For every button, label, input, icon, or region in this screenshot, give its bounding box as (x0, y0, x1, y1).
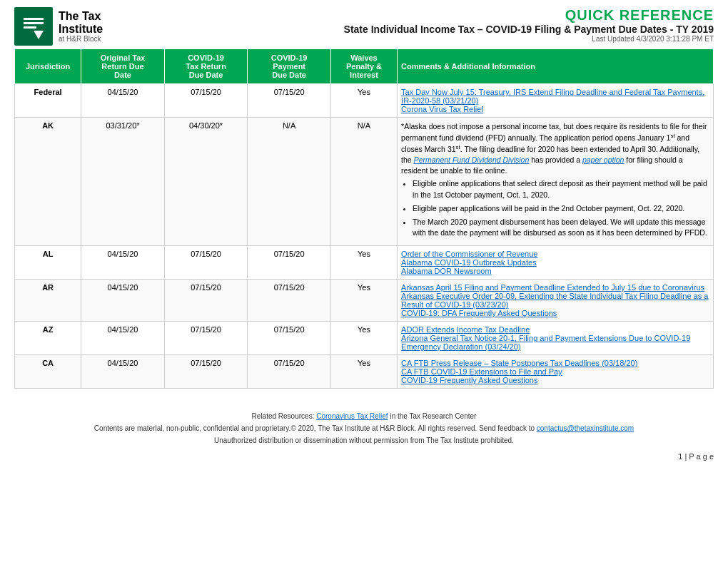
covid-return-al: 07/15/20 (164, 246, 248, 280)
link-ar-3[interactable]: COVID-19: DFA Frequently Asked Questions (401, 309, 557, 317)
link-federal-1[interactable]: Tax Day Now July 15: Treasury, IRS Exten… (401, 88, 704, 105)
main-table: Jurisdiction Original TaxReturn DueDate … (14, 48, 714, 389)
jurisdiction-al: AL (15, 246, 81, 280)
col-jurisdiction: Jurisdiction (15, 49, 81, 84)
col-original: Original TaxReturn DueDate (81, 49, 165, 84)
table-row: AK 03/31/20* 04/30/20* N/A N/A *Alaska d… (15, 118, 714, 246)
original-az: 04/15/20 (81, 322, 165, 355)
covid-return-ak: 04/30/20* (164, 118, 248, 246)
logo-text: The TaxInstitute at H&R Block (59, 10, 103, 43)
table-header-row: Jurisdiction Original TaxReturn DueDate … (15, 49, 714, 84)
link-ak-pfd[interactable]: Permanent Fund Dividend Division (414, 155, 530, 164)
table-row: CA 04/15/20 07/15/20 07/15/20 Yes CA FTB… (15, 355, 714, 389)
header-right: QUICK REFERENCE State Individual Income … (344, 7, 714, 43)
waives-al: Yes (330, 246, 397, 280)
col-covid-payment: COVID-19PaymentDue Date (248, 49, 331, 84)
waives-ak: N/A (330, 118, 397, 246)
link-federal-2[interactable]: Corona Virus Tax Relief (401, 105, 483, 113)
jurisdiction-az: AZ (15, 322, 81, 355)
comments-ak: *Alaska does not impose a personal incom… (398, 118, 714, 246)
page: The TaxInstitute at H&R Block QUICK REFE… (0, 0, 728, 475)
comments-az: ADOR Extends Income Tax Deadline Arizona… (398, 322, 714, 355)
covid-payment-az: 07/15/20 (248, 322, 331, 355)
svg-rect-3 (24, 26, 36, 29)
waives-ar: Yes (330, 280, 397, 322)
col-waives: WaivesPenalty &Interest (330, 49, 397, 84)
footer-related: Related Resources: Coronavirus Tax Relie… (14, 410, 714, 422)
logo-area: The TaxInstitute at H&R Block (14, 7, 103, 46)
main-title: State Individual Income Tax – COVID-19 F… (344, 24, 714, 35)
covid-payment-federal: 07/15/20 (248, 84, 331, 118)
link-az-2[interactable]: Arizona General Tax Notice 20-1, Filing … (401, 334, 690, 351)
svg-rect-1 (24, 18, 44, 20)
footer: Related Resources: Coronavirus Tax Relie… (14, 410, 714, 446)
footer-related-label: Related Resources: (252, 412, 317, 420)
logo-subtitle: at H&R Block (59, 35, 103, 43)
svg-rect-2 (24, 22, 44, 24)
table-row: AR 04/15/20 07/15/20 07/15/20 Yes Arkans… (15, 280, 714, 322)
table-row: Federal 04/15/20 07/15/20 07/15/20 Yes T… (15, 84, 714, 118)
original-ak: 03/31/20* (81, 118, 165, 246)
covid-return-az: 07/15/20 (164, 322, 248, 355)
ak-bullet-3: The March 2020 payment disbursement has … (413, 217, 709, 240)
original-ar: 04/15/20 (81, 280, 165, 322)
footer-line2: Contents are material, non-public, confi… (14, 422, 714, 434)
comments-ar: Arkansas April 15 Filing and Payment Dea… (398, 280, 714, 322)
link-al-3[interactable]: Alabama DOR Newsroom (401, 267, 492, 275)
covid-payment-al: 07/15/20 (248, 246, 331, 280)
original-ca: 04/15/20 (81, 355, 165, 389)
covid-return-ca: 07/15/20 (164, 355, 248, 389)
link-ar-1[interactable]: Arkansas April 15 Filing and Payment Dea… (401, 283, 704, 292)
table-row: AZ 04/15/20 07/15/20 07/15/20 Yes ADOR E… (15, 322, 714, 355)
jurisdiction-ca: CA (15, 355, 81, 389)
col-comments: Comments & Additional Information (398, 49, 714, 84)
covid-payment-ar: 07/15/20 (248, 280, 331, 322)
original-al: 04/15/20 (81, 246, 165, 280)
header: The TaxInstitute at H&R Block QUICK REFE… (14, 7, 714, 46)
jurisdiction-ar: AR (15, 280, 81, 322)
link-az-1[interactable]: ADOR Extends Income Tax Deadline (401, 325, 530, 334)
footer-copy-text: Contents are material, non-public, confi… (94, 424, 537, 432)
footer-email-link[interactable]: contactus@thetaxinstitute.com (537, 424, 634, 432)
table-row: AL 04/15/20 07/15/20 07/15/20 Yes Order … (15, 246, 714, 280)
link-al-2[interactable]: Alabama COVID-19 Outbreak Updates (401, 258, 537, 267)
link-ca-1[interactable]: CA FTB Press Release – State Postpones T… (401, 359, 637, 367)
footer-line3: Unauthorized distribution or disseminati… (14, 434, 714, 446)
waives-ca: Yes (330, 355, 397, 389)
link-ca-3[interactable]: COVID-19 Frequently Asked Questions (401, 376, 537, 384)
link-al-1[interactable]: Order of the Commissioner of Revenue (401, 250, 537, 258)
col-covid-return: COVID-19Tax ReturnDue Date (164, 49, 248, 84)
covid-payment-ca: 07/15/20 (248, 355, 331, 389)
original-federal: 04/15/20 (81, 84, 165, 118)
logo-icon (14, 7, 53, 46)
ak-bullet-2: Eligible paper applications will be paid… (413, 203, 709, 215)
footer-related-suffix: in the Tax Research Center (388, 412, 477, 420)
comments-al: Order of the Commissioner of Revenue Ala… (398, 246, 714, 280)
comments-ca: CA FTB Press Release – State Postpones T… (398, 355, 714, 389)
covid-return-ar: 07/15/20 (164, 280, 248, 322)
link-ak-paper[interactable]: paper option (582, 155, 624, 164)
link-ar-2[interactable]: Arkansas Executive Order 20-09, Extendin… (401, 292, 708, 309)
last-updated: Last Updated 4/3/2020 3:11:28 PM ET (344, 35, 714, 43)
jurisdiction-ak: AK (15, 118, 81, 246)
waives-federal: Yes (330, 84, 397, 118)
jurisdiction-federal: Federal (15, 84, 81, 118)
covid-payment-ak: N/A (248, 118, 331, 246)
waives-az: Yes (330, 322, 397, 355)
page-number: 1 | P a g e (14, 452, 714, 461)
comments-federal: Tax Day Now July 15: Treasury, IRS Exten… (398, 84, 714, 118)
logo-title: The TaxInstitute (59, 10, 103, 35)
covid-return-federal: 07/15/20 (164, 84, 248, 118)
ak-bullet-1: Eligible online applications that select… (413, 178, 709, 201)
link-ca-2[interactable]: CA FTB COVID-19 Extensions to File and P… (401, 367, 562, 376)
quick-reference-label: QUICK REFERENCE (344, 7, 714, 24)
footer-related-link[interactable]: Coronavirus Tax Relief (316, 412, 388, 420)
